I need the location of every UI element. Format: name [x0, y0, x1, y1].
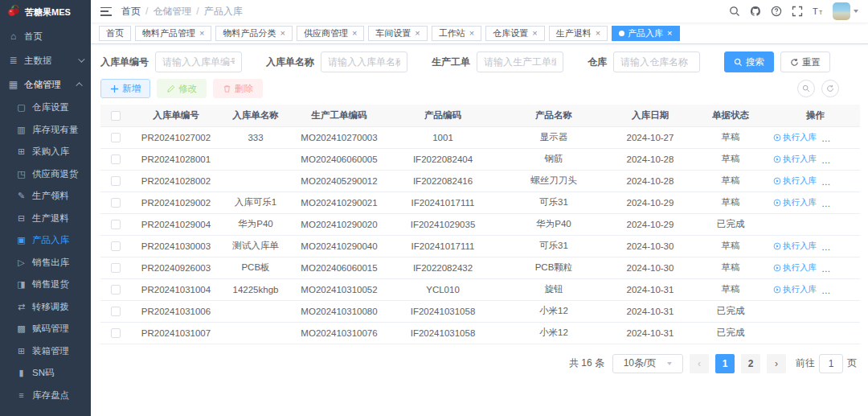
delete-row-link[interactable]: 删除 — [853, 132, 860, 143]
close-tab-icon[interactable]: × — [667, 28, 672, 38]
row-checkbox[interactable] — [111, 328, 121, 338]
sidebar-collapse-icon[interactable] — [100, 7, 112, 16]
table-row[interactable]: PR20240926003 PCB板 MO202406060015 IF2022… — [100, 257, 860, 278]
supplier-return-icon: ◳ — [16, 169, 27, 179]
next-page-button[interactable]: › — [767, 354, 786, 373]
delete-row-link[interactable]: 删除 — [853, 197, 860, 208]
sidebar-subitem[interactable]: ⊟ 生产退料 — [0, 208, 91, 230]
view-tab[interactable]: 仓库设置× — [485, 26, 544, 41]
sidebar-subitem[interactable]: ▥ 库存现有量 — [0, 119, 91, 142]
cell-product-name: 小米12 — [497, 300, 610, 322]
table-row[interactable]: PR20241029002 入库可乐1 MO202410290021 IF202… — [100, 192, 860, 213]
search-button[interactable]: 搜索 — [724, 51, 774, 72]
close-tab-icon[interactable]: × — [532, 28, 537, 38]
view-tab[interactable]: 物料产品分类× — [215, 26, 292, 41]
toggle-search-icon[interactable] — [797, 80, 815, 97]
table-row[interactable]: PR20241028002 MO202405290012 IF202208241… — [100, 170, 860, 192]
row-checkbox[interactable] — [111, 198, 121, 208]
sidebar-item-master-data[interactable]: ≣ 主数据 — [0, 48, 91, 72]
row-checkbox[interactable] — [111, 241, 121, 251]
execute-inbound-link[interactable]: 执行入库 — [773, 154, 817, 165]
row-checkbox[interactable] — [111, 285, 121, 294]
page-number-button[interactable]: 2 — [741, 354, 760, 373]
table-row[interactable]: PR20241031006 MO202410310080 IF202410310… — [100, 300, 860, 322]
sidebar-subitem[interactable]: ◨ 销售退货 — [0, 274, 91, 296]
view-tab[interactable]: 首页 — [99, 26, 131, 41]
edit-button[interactable]: 修改 — [157, 79, 207, 98]
sidebar-subitem[interactable]: ✎ 生产领料 — [0, 185, 91, 208]
execute-inbound-link[interactable]: 执行入库 — [773, 175, 817, 187]
view-tab[interactable]: 产品入库× — [612, 26, 679, 41]
execute-inbound-link[interactable]: 执行入库 — [773, 262, 817, 274]
delete-row-link[interactable]: 删除 — [853, 241, 860, 252]
app-logo[interactable]: 苦糖果MES — [0, 0, 91, 24]
close-tab-icon[interactable]: × — [199, 28, 204, 38]
user-menu[interactable] — [833, 2, 858, 20]
delete-row-link[interactable]: 删除 — [853, 262, 860, 274]
table-row[interactable]: PR20241031004 14225khgb MO202410310052 Y… — [100, 278, 860, 300]
filter-input[interactable] — [477, 51, 563, 72]
row-checkbox[interactable] — [111, 220, 121, 229]
execute-inbound-link[interactable]: 执行入库 — [773, 132, 817, 143]
execute-inbound-link[interactable]: 执行入库 — [773, 284, 817, 295]
page-size-select[interactable]: 10条/页 — [612, 354, 683, 373]
close-tab-icon[interactable]: × — [280, 28, 285, 38]
sidebar-subitem[interactable]: ▩ 赋码管理 — [0, 318, 91, 340]
filter-input[interactable] — [321, 51, 407, 72]
table-row[interactable]: PR20241030003 测试入库单 MO202410290040 IF202… — [100, 235, 860, 257]
add-button[interactable]: 新增 — [100, 79, 150, 98]
row-checkbox[interactable] — [111, 154, 121, 164]
close-tab-icon[interactable]: × — [596, 28, 600, 38]
goto-page-input[interactable] — [819, 354, 843, 373]
close-tab-icon[interactable]: × — [469, 28, 474, 38]
sidebar-item-warehouse-mgmt[interactable]: ▦ 仓储管理 — [0, 72, 91, 97]
sidebar-subitem[interactable]: ▷ 销售出库 — [0, 252, 91, 274]
page-number-button[interactable]: 1 — [715, 354, 735, 373]
table-row[interactable]: PR20241028001 MO202406060005 IF202208240… — [100, 148, 860, 170]
view-tab[interactable]: 工作站× — [432, 26, 481, 41]
sidebar-item-home[interactable]: ⌂ 首页 — [0, 24, 91, 48]
row-checkbox[interactable] — [111, 133, 121, 142]
cell-order-code: PR20241031007 — [131, 322, 221, 344]
table-row[interactable]: PR20241027002 333 MO202410270003 1001 显示… — [100, 126, 860, 148]
github-icon[interactable] — [749, 6, 761, 18]
execute-inbound-link[interactable]: 执行入库 — [773, 197, 817, 208]
refresh-table-icon[interactable] — [821, 80, 839, 97]
delete-button[interactable]: 删除 — [213, 79, 263, 98]
close-tab-icon[interactable]: × — [415, 28, 420, 38]
execute-inbound-link[interactable]: 执行入库 — [773, 241, 817, 252]
table-row[interactable]: PR20241031007 MO202410310076 IF202410310… — [100, 322, 860, 344]
view-tab[interactable]: 供应商管理× — [297, 26, 364, 41]
view-tab[interactable]: 物料产品管理× — [135, 26, 211, 41]
delete-row-link[interactable]: 删除 — [853, 175, 860, 187]
view-tab[interactable]: 生产退料× — [549, 26, 608, 41]
reset-button[interactable]: 重置 — [780, 51, 830, 72]
delete-row-link[interactable]: 删除 — [853, 154, 860, 165]
filter-input[interactable] — [155, 51, 242, 72]
sidebar-subitem[interactable]: ⊞ 装箱管理 — [0, 340, 91, 363]
view-tab[interactable]: 车间设置× — [368, 26, 427, 41]
row-checkbox[interactable] — [111, 176, 121, 186]
breadcrumb-item[interactable]: 首页 — [121, 5, 141, 19]
close-tab-icon[interactable]: × — [352, 28, 357, 38]
row-checkbox[interactable] — [111, 263, 121, 273]
sidebar-subitem[interactable]: ▢ 仓库设置 — [0, 97, 91, 119]
row-checkbox[interactable] — [111, 307, 121, 316]
table-row[interactable]: PR20241029004 华为P40 MO202410290020 IF202… — [100, 213, 860, 235]
sidebar-subitem[interactable]: ≡ 库存盘点 — [0, 385, 91, 407]
filter-input[interactable] — [613, 51, 700, 72]
select-all-checkbox[interactable] — [111, 111, 121, 121]
sidebar-subitem[interactable]: ⇄ 转移调拨 — [0, 296, 91, 319]
prev-page-button[interactable]: ‹ — [690, 354, 709, 373]
delete-row-link[interactable]: 删除 — [853, 284, 860, 295]
breadcrumb-item[interactable]: 仓储管理 — [153, 5, 191, 19]
font-size-icon[interactable]: TT — [812, 6, 824, 18]
search-icon[interactable] — [728, 6, 740, 18]
sidebar-subitem[interactable]: ◳ 供应商退货 — [0, 163, 91, 186]
fullscreen-icon[interactable] — [791, 6, 803, 18]
cell-mo-code: MO202410290021 — [290, 192, 388, 213]
sidebar-subitem[interactable]: ▣ 产品入库 — [0, 229, 91, 252]
sidebar-subitem[interactable]: ▮ SN码 — [0, 362, 91, 385]
question-icon[interactable] — [770, 6, 782, 18]
sidebar-subitem[interactable]: ⊞ 采购入库 — [0, 141, 91, 163]
